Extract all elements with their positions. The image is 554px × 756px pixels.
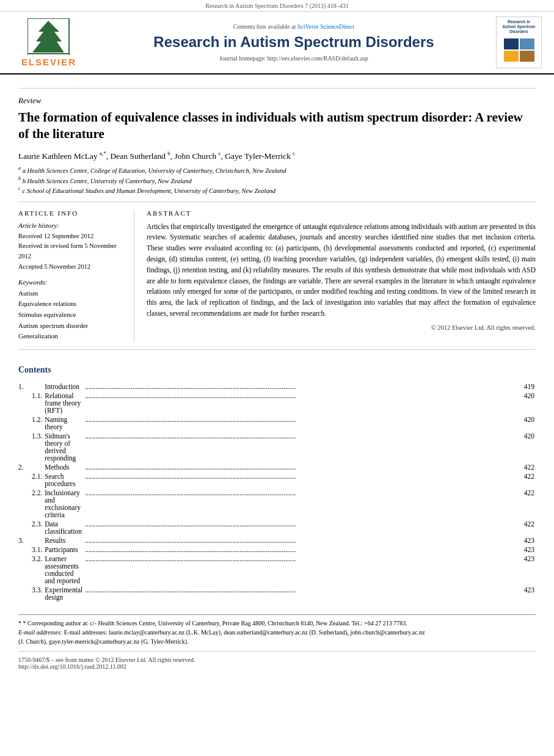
keywords-list: Autism Equivalence relations Stimulus eq…	[18, 288, 125, 342]
accepted-date: Accepted 5 November 2012	[18, 262, 125, 272]
footnote-section: * * Corresponding author at: c/- Health …	[18, 614, 536, 651]
toc-number: 1.3.	[18, 432, 43, 463]
article-info-panel: ARTICLE INFO Article history: Received 1…	[18, 209, 134, 342]
toc-dots: ........................................…	[84, 415, 523, 432]
toc-number: 1.1.	[18, 391, 43, 415]
toc-row: 1.Introduction .........................…	[18, 382, 536, 391]
footnote-email2: (J. Church), gaye.tyler-merrick@canterbu…	[18, 638, 189, 645]
toc-page: 423	[523, 554, 536, 586]
toc-label: Search procedures	[43, 472, 84, 489]
toc-row: 1.2.Naming theory ......................…	[18, 415, 536, 432]
toc-label: Participants	[43, 545, 84, 554]
article-history-label: Article history:	[18, 222, 125, 229]
toc-number: 3.3.	[18, 586, 43, 602]
toc-row: 2.1.Search procedures ..................…	[18, 472, 536, 489]
toc-page: 422	[523, 520, 536, 536]
toc-row: 3.Results ..............................…	[18, 536, 536, 545]
authors-line: Laurie Kathleen McLay a,*, Dean Sutherla…	[18, 150, 536, 161]
keywords-label: Keywords:	[18, 278, 125, 286]
keyword-stimulus-equiv: Stimulus equivalence	[18, 310, 125, 321]
article-info-heading: ARTICLE INFO	[18, 209, 125, 217]
toc-number: 1.	[18, 382, 43, 391]
toc-label: Results	[43, 536, 84, 545]
journal-citation: Research in Autism Spectrum Disorders 7 …	[205, 2, 349, 9]
copyright-line: © 2012 Elsevier Ltd. All rights reserved…	[147, 324, 536, 331]
toc-page: 420	[523, 432, 536, 463]
toc-label: Data classification	[43, 520, 84, 536]
toc-label: Methods	[43, 463, 84, 472]
abstract-panel: ABSTRACT Articles that empirically inves…	[147, 209, 536, 342]
abstract-text: Articles that empirically investigated t…	[147, 222, 536, 319]
toc-page: 422	[523, 472, 536, 489]
toc-row: 2.Methods ..............................…	[18, 463, 536, 472]
toc-label: Sidman's theory of derived responding	[43, 432, 84, 463]
toc-label: Naming theory	[43, 415, 84, 432]
toc-row: 3.1.Participants .......................…	[18, 545, 536, 554]
toc-row: 3.3.Experimental design ................…	[18, 586, 536, 602]
toc-label: Learner assessments conducted and report…	[43, 554, 84, 586]
toc-dots: ........................................…	[84, 520, 523, 536]
toc-table: 1.Introduction .........................…	[18, 382, 536, 602]
received-date: Received 12 September 2012	[18, 231, 125, 242]
elsevier-logo-area: ELSEVIER	[6, 18, 92, 67]
contents-section: Contents 1.Introduction ................…	[18, 365, 536, 614]
toc-label: Relational frame theory (RFT)	[43, 391, 84, 415]
keyword-generalization: Generalization	[18, 331, 125, 342]
contents-availability: Contents lists available at SciVerse Sci…	[98, 23, 490, 30]
elsevier-wordmark: ELSEVIER	[21, 57, 76, 67]
article-dates: Received 12 September 2012 Received in r…	[18, 231, 125, 272]
cover-art	[504, 38, 534, 62]
article-type-label: Review	[18, 96, 536, 106]
toc-dots: ........................................…	[84, 545, 523, 554]
contents-top-divider	[18, 349, 536, 350]
keyword-asd: Autism spectrum disorder	[18, 321, 125, 332]
journal-cover-thumbnail: Research inAutism SpectrumDisorders	[496, 16, 542, 68]
toc-number: 2.2.	[18, 489, 43, 520]
keyword-equiv-relations: Equivalence relations	[18, 299, 125, 310]
toc-dots: ........................................…	[84, 472, 523, 489]
toc-dots: ........................................…	[84, 391, 523, 415]
toc-row: 1.1.Relational frame theory (RFT) ......…	[18, 391, 536, 415]
toc-row: 3.2.Learner assessments conducted and re…	[18, 554, 536, 586]
sciverse-link[interactable]: SciVerse ScienceDirect	[297, 23, 355, 30]
top-divider	[18, 88, 536, 89]
toc-dots: ........................................…	[84, 536, 523, 545]
toc-number: 1.2.	[18, 415, 43, 432]
toc-page: 422	[523, 489, 536, 520]
toc-row: 2.3.Data classification ................…	[18, 520, 536, 536]
affiliation-a: a a Health Sciences Centre, College of E…	[18, 165, 536, 174]
footnote-email: E-mail addresses: E-mail addresses: laur…	[18, 629, 425, 636]
toc-dots: ........................................…	[84, 489, 523, 520]
journal-header: ELSEVIER Contents lists available at Sci…	[0, 12, 554, 75]
mid-divider	[18, 202, 536, 202]
footer-doi: http://dx.doi.org/10.1016/j.rasd.2012.11…	[18, 663, 536, 670]
affiliation-b: b b Health Sciences Centre, University o…	[18, 176, 536, 184]
footnote-star: * * Corresponding author at: c/- Health …	[18, 619, 536, 646]
journal-title: Research in Autism Spectrum Disorders	[98, 34, 490, 51]
toc-dots: ........................................…	[84, 432, 523, 463]
toc-page: 420	[523, 415, 536, 432]
keyword-autism: Autism	[18, 288, 125, 299]
toc-number: 2.1.	[18, 472, 43, 489]
bottom-footer: 1750-9467/$ – see front matter © 2012 El…	[18, 651, 536, 670]
toc-number: 3.1.	[18, 545, 43, 554]
toc-label: Inclusionary and exclusionary criteria	[43, 489, 84, 520]
main-content: Review The formation of equivalence clas…	[0, 75, 554, 614]
toc-number: 2.3.	[18, 520, 43, 536]
toc-dots: ........................................…	[84, 554, 523, 586]
toc-page: 422	[523, 463, 536, 472]
journal-homepage: Journal homepage: http://ees.elsevier.co…	[98, 55, 490, 62]
toc-label: Experimental design	[43, 586, 84, 602]
toc-number: 3.	[18, 536, 43, 545]
article-title: The formation of equivalence classes in …	[18, 109, 536, 143]
elsevier-tree-icon	[27, 18, 70, 55]
footer-issn: 1750-9467/$ – see front matter © 2012 El…	[18, 656, 536, 663]
toc-number: 2.	[18, 463, 43, 472]
toc-page: 423	[523, 545, 536, 554]
contents-heading: Contents	[18, 365, 536, 375]
two-column-layout: ARTICLE INFO Article history: Received 1…	[18, 209, 536, 342]
toc-row: 1.3.Sidman's theory of derived respondin…	[18, 432, 536, 463]
toc-number: 3.2.	[18, 554, 43, 586]
toc-row: 2.2.Inclusionary and exclusionary criter…	[18, 489, 536, 520]
toc-page: 423	[523, 586, 536, 602]
